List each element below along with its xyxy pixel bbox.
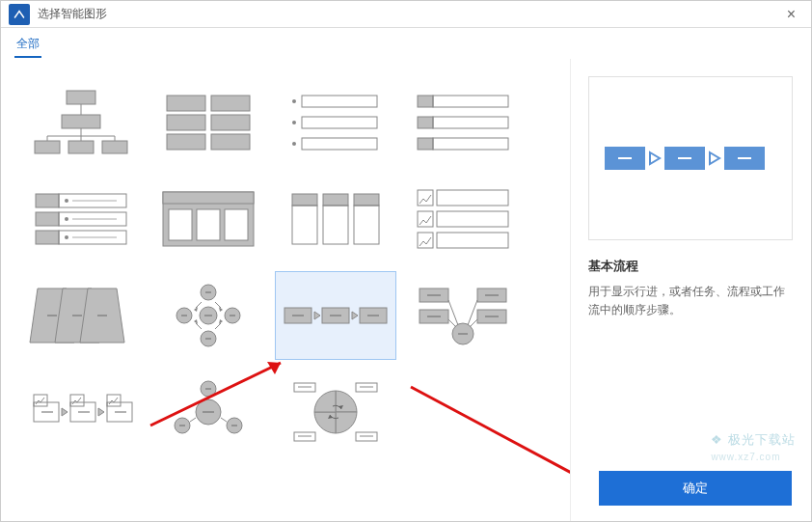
svg-rect-53 — [437, 190, 508, 206]
svg-rect-23 — [418, 96, 433, 107]
svg-rect-57 — [437, 233, 508, 248]
svg-rect-49 — [323, 206, 348, 244]
titlebar: 选择智能图形 × — [1, 1, 811, 28]
svg-rect-44 — [197, 209, 220, 240]
template-table-list[interactable] — [20, 175, 142, 263]
svg-rect-25 — [418, 117, 433, 128]
svg-rect-48 — [323, 194, 348, 206]
template-framed-columns[interactable] — [148, 175, 269, 263]
template-hub-spoke[interactable] — [402, 271, 524, 360]
template-gallery — [1, 59, 570, 521]
svg-marker-103 — [62, 408, 68, 416]
svg-rect-109 — [107, 395, 121, 406]
svg-rect-10 — [102, 141, 127, 153]
template-segmented-pie[interactable] — [275, 368, 396, 456]
svg-rect-43 — [169, 209, 192, 240]
svg-rect-101 — [34, 395, 47, 406]
template-block-grid[interactable] — [148, 78, 269, 167]
svg-rect-9 — [68, 141, 94, 153]
svg-point-35 — [65, 217, 68, 221]
preview-pane: 基本流程 用于显示行进，或者任务、流程或工作流中的顺序步骤。 ❖ 极光下载站 w… — [570, 59, 811, 521]
preview-title: 基本流程 — [588, 258, 794, 275]
svg-rect-33 — [36, 212, 59, 226]
svg-rect-8 — [35, 141, 60, 153]
app-logo-icon — [9, 4, 30, 25]
template-three-columns[interactable] — [275, 175, 396, 263]
svg-marker-107 — [98, 408, 104, 416]
svg-point-19 — [292, 121, 296, 124]
svg-rect-24 — [433, 96, 508, 107]
svg-rect-29 — [36, 194, 59, 207]
svg-rect-46 — [292, 194, 317, 206]
svg-rect-13 — [167, 115, 205, 130]
preview-description: 用于显示行进，或者任务、流程或工作流中的顺序步骤。 — [588, 283, 794, 319]
svg-point-21 — [292, 142, 296, 146]
svg-marker-80 — [314, 312, 320, 319]
template-basic-process[interactable] — [275, 271, 396, 360]
template-picture-list[interactable] — [402, 175, 524, 263]
svg-line-120 — [190, 418, 196, 422]
template-radial-cycle[interactable] — [148, 271, 269, 360]
svg-rect-11 — [167, 96, 205, 111]
svg-rect-51 — [354, 206, 379, 244]
svg-rect-47 — [292, 206, 317, 244]
svg-rect-55 — [437, 211, 508, 227]
svg-rect-27 — [418, 138, 433, 150]
dialog-title: 选择智能图形 — [38, 6, 107, 22]
svg-marker-141 — [710, 152, 719, 164]
tab-bar: 全部 — [1, 28, 811, 59]
template-horizontal-list[interactable] — [402, 78, 524, 167]
preview-image — [588, 76, 793, 240]
svg-rect-20 — [302, 117, 377, 128]
svg-rect-105 — [70, 395, 84, 406]
svg-rect-12 — [211, 96, 250, 111]
template-bullet-list[interactable] — [275, 78, 396, 167]
svg-marker-138 — [650, 152, 660, 164]
template-picture-process[interactable] — [20, 368, 142, 456]
svg-rect-15 — [167, 134, 205, 150]
svg-point-39 — [65, 235, 68, 239]
svg-marker-83 — [352, 312, 358, 319]
svg-rect-26 — [433, 117, 508, 128]
svg-rect-28 — [433, 138, 508, 150]
svg-rect-45 — [225, 209, 248, 240]
svg-line-99 — [470, 319, 477, 327]
watermark: ❖ 极光下载站 www.xz7.com — [711, 431, 796, 463]
svg-point-31 — [65, 199, 68, 203]
svg-rect-18 — [302, 96, 377, 107]
template-stacked-pyramid[interactable] — [20, 271, 142, 360]
svg-line-121 — [221, 418, 227, 422]
template-circle-cycle[interactable] — [148, 368, 269, 456]
svg-rect-16 — [211, 134, 250, 150]
svg-rect-22 — [302, 138, 377, 150]
ok-button[interactable]: 确定 — [599, 471, 792, 506]
svg-rect-50 — [354, 194, 379, 206]
svg-rect-0 — [67, 91, 95, 104]
svg-rect-2 — [62, 115, 100, 128]
template-org-chart[interactable] — [20, 78, 142, 167]
tab-all[interactable]: 全部 — [14, 34, 41, 58]
close-button[interactable]: × — [779, 6, 803, 23]
svg-point-17 — [292, 99, 296, 103]
svg-rect-37 — [36, 231, 59, 244]
svg-rect-14 — [211, 115, 250, 130]
svg-line-98 — [448, 319, 456, 327]
svg-rect-42 — [163, 192, 254, 204]
